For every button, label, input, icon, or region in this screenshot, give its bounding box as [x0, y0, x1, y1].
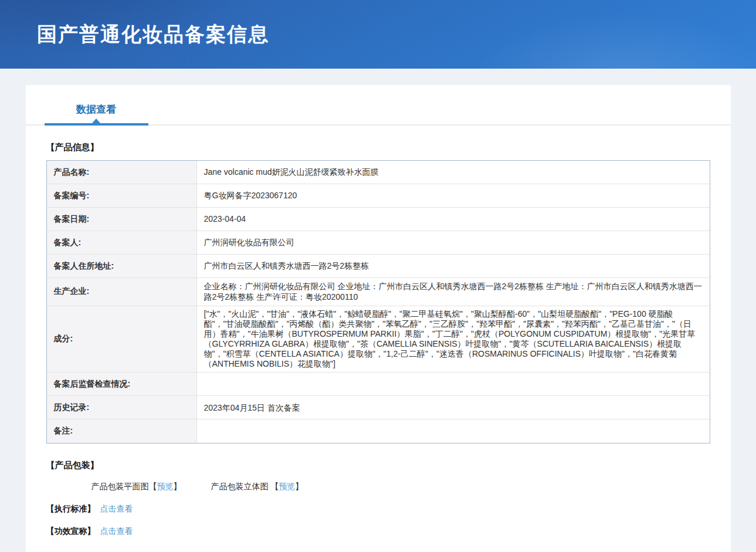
row-value: Jane volcanic mud妍泥火山泥舒缓紧致补水面膜 — [197, 161, 710, 184]
table-row-ingredients: 成分: ["水"，"火山泥"，"甘油"，"液体石蜡"，"鲸蜡硬脂醇"，"聚二甲基… — [47, 306, 710, 372]
product-info-table: 产品名称: Jane volcanic mud妍泥火山泥舒缓紧致补水面膜 备案编… — [46, 160, 710, 443]
row-value — [197, 372, 710, 395]
row-value: 广州润研化妆品有限公司 — [197, 231, 710, 254]
packaging-stereo-preview-link[interactable]: 预览 — [279, 482, 295, 491]
row-label: 成分: — [47, 306, 197, 372]
table-row-manufacturer: 生产企业: 企业名称：广州润研化妆品有限公司 企业地址：广州市白云区人和镇秀水塘… — [47, 278, 710, 306]
tab-bar: 数据查看 — [26, 85, 731, 126]
tab-active-pointer-icon — [92, 118, 100, 123]
table-row-filing-number: 备案编号: 粤G妆网备字2023067120 — [47, 184, 710, 208]
exec-standard-line: 【执行标准】点击查看 — [46, 504, 710, 514]
table-row-filing-date: 备案日期: 2023-04-04 — [47, 208, 710, 231]
efficacy-claim-label: 【功效宣称】 — [46, 526, 96, 536]
row-label: 备注: — [47, 419, 197, 443]
table-row-remarks: 备注: — [47, 419, 710, 443]
tab-data-view-label: 数据查看 — [76, 104, 116, 115]
packaging-item-stereo: 产品包装立体图 【预览】 — [211, 482, 303, 491]
row-label: 产品名称: — [47, 161, 197, 184]
row-label: 备案后监督检查情况: — [47, 372, 197, 395]
packaging-item-flat: 产品包装平面图【预览】 — [91, 482, 184, 491]
exec-standard-view-link[interactable]: 点击查看 — [100, 504, 133, 513]
page-header: 国产普通化妆品备案信息 — [0, 0, 756, 69]
section-title-packaging: 【产品包装】 — [46, 460, 710, 471]
row-label: 历史记录: — [47, 396, 197, 419]
efficacy-claim-line: 【功效宣称】点击查看 — [46, 526, 710, 537]
packaging-stereo-label: 产品包装立体图 — [211, 482, 270, 491]
row-label: 生产企业: — [47, 278, 197, 306]
row-label: 备案编号: — [47, 184, 197, 207]
packaging-flat-preview-link[interactable]: 预览 — [157, 482, 174, 491]
row-value: 粤G妆网备字2023067120 — [197, 184, 710, 207]
section-title-product-info: 【产品信息】 — [46, 142, 710, 153]
bracket-open: 【 — [149, 482, 157, 491]
row-value: 2023-04-04 — [197, 208, 710, 231]
table-row-filer: 备案人: 广州润研化妆品有限公司 — [47, 231, 710, 255]
bracket-open: 【 — [270, 482, 279, 491]
row-value: ["水"，"火山泥"，"甘油"，"液体石蜡"，"鲸蜡硬脂醇"，"聚二甲基硅氧烷"… — [197, 306, 710, 372]
row-label: 备案人住所地址: — [47, 255, 197, 277]
packaging-line: 产品包装平面图【预览】 产品包装立体图 【预览】 — [91, 482, 710, 492]
tab-active-underline — [45, 123, 148, 126]
tab-data-view[interactable]: 数据查看 — [45, 103, 148, 124]
row-value: 企业名称：广州润研化妆品有限公司 企业地址：广州市白云区人和镇秀水塘西一路2号2… — [197, 278, 710, 306]
row-label: 备案日期: — [47, 208, 197, 231]
efficacy-claim-view-link[interactable]: 点击查看 — [100, 526, 133, 536]
bracket-close: 】 — [295, 482, 303, 491]
row-label: 备案人: — [47, 231, 197, 254]
row-value — [197, 419, 710, 443]
table-row-filer-address: 备案人住所地址: 广州市白云区人和镇秀水塘西一路2号2栋整栋 — [47, 255, 710, 278]
table-row-supervision: 备案后监督检查情况: — [47, 372, 710, 396]
table-row-product-name: 产品名称: Jane volcanic mud妍泥火山泥舒缓紧致补水面膜 — [47, 161, 710, 184]
table-row-history: 历史记录: 2023年04月15日 首次备案 — [47, 396, 710, 419]
exec-standard-label: 【执行标准】 — [46, 504, 96, 513]
bracket-close: 】 — [174, 482, 182, 491]
page-title: 国产普通化妆品备案信息 — [37, 21, 269, 48]
row-value: 广州市白云区人和镇秀水塘西一路2号2栋整栋 — [197, 255, 710, 277]
packaging-flat-label: 产品包装平面图 — [91, 482, 149, 491]
row-value: 2023年04月15日 首次备案 — [197, 396, 710, 419]
content-card: 数据查看 【产品信息】 产品名称: Jane volcanic mud妍泥火山泥… — [26, 85, 731, 552]
